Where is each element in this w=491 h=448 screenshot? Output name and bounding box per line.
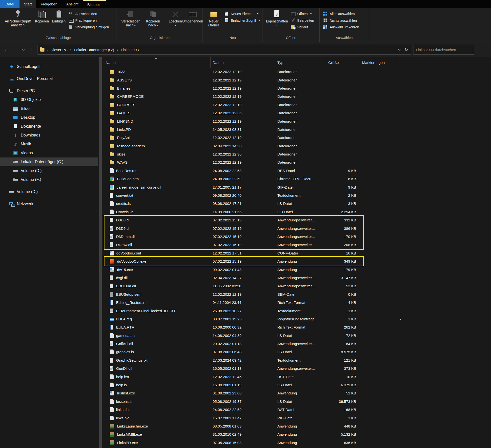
file-row[interactable]: dw15.exe09.02.2002 01:43Anwendung179 KB <box>104 265 491 273</box>
file-row[interactable]: LinksLauncher.exe08.05.2008 01:03Anwendu… <box>104 422 491 430</box>
file-row[interactable]: ELTournament-Final_locked_ID.TXT26.08.20… <box>104 307 491 315</box>
column-header-größe[interactable]: Größe <box>326 57 360 68</box>
ribbon-button-neues-element[interactable]: Neues Element▾ <box>223 10 262 17</box>
sidebar-item-videos[interactable]: Videos <box>0 149 98 157</box>
file-row[interactable]: gamedata.ls14.08.2002 04:39LS-Datei72 KB <box>104 331 491 340</box>
file-row[interactable]: D3D8.dll07.02.2022 15:19Anwendungserweit… <box>104 216 491 224</box>
file-row[interactable]: skies12.02.2022 12:36Dateiordner <box>104 150 491 158</box>
file-row[interactable]: convert.txt09.08.2002 20:40Textdokument2… <box>104 191 491 199</box>
tab-start[interactable]: Start <box>20 0 36 8</box>
file-row[interactable]: LINKSND12.02.2022 12:19Dateiordner <box>104 117 491 125</box>
ribbon-button-verknüpfung-einfügen[interactable]: Verknüpfung einfügen <box>67 24 110 30</box>
file-row[interactable]: EULA.RTF16.08.2000 00:32Rich Text Format… <box>104 323 491 331</box>
ribbon-button-an-schnellzugriff-anheften[interactable]: An Schnellzugriff anheften <box>2 9 34 28</box>
file-row[interactable]: lessons.ls05.08.2002 19:37LS-Datei36.573… <box>104 397 491 406</box>
sidebar-item-schnellzugriff[interactable]: Schnellzugriff <box>0 62 98 71</box>
column-header-markierungen[interactable]: Markierungen <box>360 57 397 68</box>
ribbon-button-nichts-auswählen[interactable]: Nichts auswählen <box>322 17 361 24</box>
ribbon-button-kopieren-nach[interactable]: Kopieren nach▾ <box>143 9 163 28</box>
file-row[interactable]: PolyAni12.02.2022 12:19Dateiordner <box>104 134 491 142</box>
file-row[interactable]: Binaries12.02.2022 12:19Dateiordner <box>104 84 491 92</box>
forward-button[interactable]: → <box>11 45 19 54</box>
file-row[interactable]: ASSETS12.02.2022 12:19Dateiordner <box>104 76 491 84</box>
sidebar-item-onedrive-personal[interactable]: OneDrive - Personal <box>0 74 98 83</box>
ribbon-button-löschen[interactable]: Löschen▾ <box>167 9 184 28</box>
file-row[interactable]: LinksPD.exe07.05.2008 16:03Anwendung636 … <box>104 439 491 447</box>
file-row[interactable]: Editing_Rosters.rtf04.11.2004 23:44Rich … <box>104 298 491 307</box>
file-row[interactable]: BaseRes.res24.08.2002 22:58RES-Datei9 KB <box>104 167 491 175</box>
ribbon-button-ausschneiden[interactable]: Ausschneiden <box>67 10 110 17</box>
file-row[interactable]: LNKS2001.ICO16.08.2000 23:24Symbol3 KB <box>104 447 491 448</box>
column-header-typ[interactable]: Typ <box>275 57 326 68</box>
ribbon-button-einfügen[interactable]: Einfügen <box>50 9 67 24</box>
file-row[interactable]: COURSES12.02.2022 12:19Dateiordner <box>104 101 491 109</box>
file-row[interactable]: GAMES12.02.2022 12:36Dateiordner <box>104 109 491 117</box>
file-row[interactable]: BuildLog.htm24.08.2002 22:59Chrome HTML … <box>104 175 491 183</box>
breadcrumb-item-lokaler-datenträger-c[interactable]: Lokaler Datenträger (C:) <box>74 48 115 52</box>
ribbon-button-öffnen[interactable]: Öffnen▾ <box>289 10 316 17</box>
file-row[interactable]: IrisInst.exe01.08.2002 23:08Anwendung52 … <box>104 389 491 397</box>
file-row[interactable]: EULA.reg03.07.2001 19:23Registrierungsei… <box>104 315 491 323</box>
ribbon-button-alles-auswählen[interactable]: Alles auswählen <box>322 10 361 17</box>
file-row[interactable]: D3D9.dll07.02.2022 15:19Anwendungserweit… <box>104 224 491 232</box>
address-dropdown-chevron-icon[interactable] <box>396 46 403 54</box>
ribbon-button-neuer-ordner[interactable]: Neuer Ordner <box>205 9 223 28</box>
sidebar-item-3d-objekte[interactable]: 3D-Objekte <box>0 95 98 104</box>
tab-ansicht[interactable]: Ansicht <box>62 0 83 8</box>
column-header-datum[interactable]: Datum <box>211 57 275 68</box>
file-row[interactable]: CAREERMODE12.02.2022 12:19Dateiordner <box>104 92 491 100</box>
file-row[interactable]: reshade-shaders02.04.2023 14:30Dateiordn… <box>104 142 491 150</box>
ribbon-button-kopieren[interactable]: Kopieren <box>34 9 50 24</box>
file-row[interactable]: EBUSetup.sem12.02.2022 12:19SEM-Datei0 K… <box>104 290 491 298</box>
refresh-icon[interactable]: ↻ <box>403 46 410 54</box>
tab-freigeben[interactable]: Freigeben <box>36 0 62 8</box>
sidebar-item-netzwerk[interactable]: Netzwerk <box>0 199 98 208</box>
sidebar-item-downloads[interactable]: Downloads <box>0 131 98 140</box>
file-row[interactable]: career_mode_sin_curve.gif27.01.2005 21:1… <box>104 183 491 191</box>
file-row[interactable]: EBUEula.dll11.06.2002 03:20Anwendungserw… <box>104 282 491 290</box>
breadcrumb-item-links-2003[interactable]: Links 2003 <box>120 48 139 52</box>
file-row[interactable]: help.ls15.08.2002 01:19LS-Datei6.379 KB <box>104 381 491 389</box>
file-row[interactable]: DDraw.dll07.02.2022 15:19Anwendungserwei… <box>104 241 491 249</box>
file-row[interactable]: dxgi.dll02.04.2023 14:27Anwendungserweit… <box>104 274 491 282</box>
ribbon-button-verschieben-nach[interactable]: Verschieben nach▾ <box>119 9 143 28</box>
file-row[interactable]: help.hst12.02.2022 12:45HST-Datei10 KB <box>104 372 491 381</box>
ribbon-button-eigenschaften[interactable]: Eigenschaften▾ <box>265 9 289 28</box>
sidebar-item-bilder[interactable]: Bilder <box>0 104 98 113</box>
file-row[interactable]: GraphicSettings.txt27.03.2024 09:42Textd… <box>104 356 491 364</box>
ribbon-button-pfad-kopieren[interactable]: Pfad kopieren <box>67 17 110 24</box>
ribbon-button-verlauf[interactable]: Verlauf <box>289 24 316 30</box>
ribbon-button-auswahl-umkehren[interactable]: Auswahl umkehren <box>322 24 361 30</box>
tab-bildtools[interactable]: Bildtools <box>83 0 106 8</box>
back-button[interactable]: ← <box>2 45 11 54</box>
file-row[interactable]: LinksMMIII.exe31.03.2010 02:49Anwendung5… <box>104 430 491 438</box>
ribbon-button-einfacher-zugriff[interactable]: Einfacher Zugriff▾ <box>223 17 262 24</box>
file-row[interactable]: LinksPD14.05.2023 08:31Dateiordner <box>104 125 491 134</box>
search-input[interactable] <box>413 45 474 55</box>
file-row[interactable]: WAVS12.02.2022 12:19Dateiordner <box>104 158 491 166</box>
sidebar-item-lokaler-datenträger-c[interactable]: Lokaler Datenträger (C:) <box>0 157 98 166</box>
file-row[interactable]: links.dat24.08.2002 22:59DAT-Datei168 KB <box>104 406 491 414</box>
up-button[interactable]: ↑ <box>28 45 36 54</box>
recent-locations-chevron-icon[interactable] <box>19 45 28 54</box>
sidebar-item-volume-d[interactable]: Volume (D:) <box>0 166 98 175</box>
tab-datei[interactable]: Datei <box>0 0 20 8</box>
sidebar-item-musik[interactable]: Musik <box>0 140 98 149</box>
file-row[interactable]: credits.ls08.08.2002 17:21LS-Datei3 KB <box>104 199 491 208</box>
file-row[interactable]: Crowds.lib14.09.2000 21:56LIB-Datei2.294… <box>104 208 491 216</box>
sidebar-item-dieser-pc[interactable]: Dieser PC <box>0 86 98 95</box>
ribbon-button-bearbeiten[interactable]: Bearbeiten <box>289 17 316 24</box>
sidebar-item-volume-f[interactable]: Volume (F:) <box>0 175 98 184</box>
file-row[interactable]: dgVoodooCpl.exe07.02.2022 15:19Anwendung… <box>104 257 491 265</box>
sidebar-scrollbar[interactable] <box>99 57 102 448</box>
file-row[interactable]: GolfAni.dll20.02.2002 01:18Anwendungserw… <box>104 340 491 348</box>
sidebar-item-dokumente[interactable]: Dokumente <box>0 122 98 131</box>
breadcrumb-item-dieser-pc[interactable]: Dieser PC <box>50 48 68 52</box>
file-row[interactable]: graphics.ls07.08.2002 06:48LS-Datei8.575… <box>104 348 491 356</box>
file-row[interactable]: D3DImm.dll07.02.2022 15:19Anwendungserwe… <box>104 233 491 241</box>
sidebar-item-volume-d[interactable]: Volume (D:) <box>0 187 98 196</box>
file-row[interactable]: 103312.02.2022 12:19Dateiordner <box>104 68 491 76</box>
address-bar[interactable]: ›Dieser PC›Lokaler Datenträger (C:)›Link… <box>38 45 411 55</box>
file-row[interactable]: GunDll.dll15.05.2002 01:13Anwendungserwe… <box>104 364 491 372</box>
sidebar-item-desktop[interactable]: Desktop <box>0 113 98 122</box>
